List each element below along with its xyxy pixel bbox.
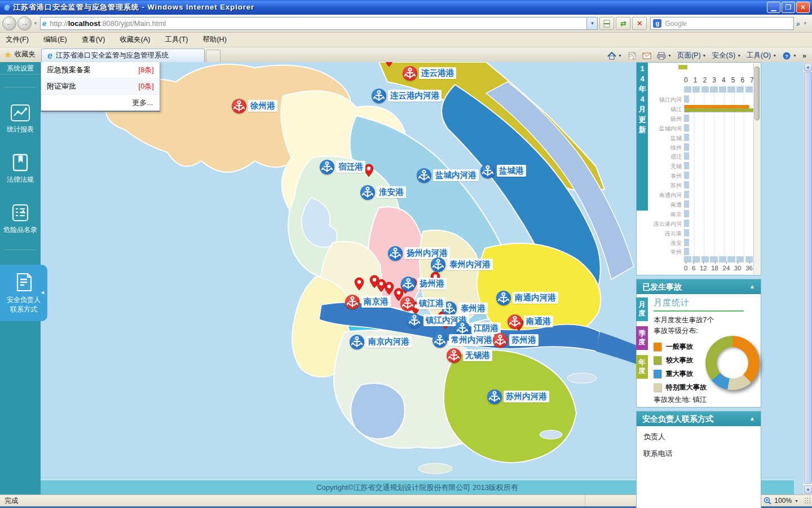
port-statistics-chart-panel: 14年4月更新 01234567 镇江内河镇江扬州盐城内河盐城徐州宿迁无锡泰州苏… (636, 62, 761, 275)
sidebar-item-statistics[interactable]: 统计报表 (0, 102, 41, 137)
sidebar-item-dangerous-goods[interactable]: 危险品名录 (0, 202, 41, 237)
sidebar-item-label: 联系方式 (10, 305, 37, 313)
page-scrollbar[interactable]: ▲ ▼ (803, 62, 812, 494)
compatibility-view-button[interactable] (599, 17, 614, 30)
refresh-button[interactable]: ⇄ (616, 17, 630, 30)
chart-row: 常州 (650, 247, 754, 256)
chart-category-label: 常州 (650, 248, 682, 256)
contact-document-icon (15, 273, 33, 292)
chart-row: 南通 (650, 199, 754, 209)
mail-button[interactable] (642, 52, 651, 60)
legend-swatch (654, 383, 661, 392)
anchor-icon (372, 89, 386, 103)
address-dropdown-button[interactable]: ▼ (587, 17, 598, 30)
incident-pin-icon[interactable] (384, 62, 394, 67)
close-button[interactable]: ✕ (796, 2, 810, 13)
sidebar-item-system-settings[interactable]: 系统设置 (0, 62, 41, 75)
port-label: 盐城港 (497, 165, 526, 177)
chart-category-label: 扬州 (650, 115, 682, 123)
chart-scrollbar-thumb[interactable] (754, 67, 760, 120)
sidebar-item-label: 安全负责人 (7, 296, 41, 304)
collapse-arrow-icon[interactable]: ◄ (40, 290, 45, 295)
accidents-panel-header[interactable]: 已发生事故 ▲ (637, 279, 761, 294)
print-button[interactable]: ▼ (657, 52, 672, 60)
anchor-icon (400, 296, 415, 311)
period-tab-inactive[interactable]: 年度 (636, 355, 648, 379)
chart-category-label: 盐城内河 (650, 125, 682, 133)
chart-category-label: 宿迁 (650, 153, 682, 161)
flyout-more-link[interactable]: 更多... (41, 95, 160, 111)
overflow-chevron-icon[interactable]: » (802, 52, 806, 60)
sidebar-divider (5, 249, 36, 250)
search-button[interactable]: ⌕ (794, 20, 802, 28)
search-options-dropdown-icon[interactable]: ▼ (803, 21, 807, 26)
chart-bottom-axis: 061218243036 (684, 265, 753, 271)
forward-button[interactable]: → (17, 16, 32, 30)
left-sidebar: 系统设置 统计报表 法律法规 危险品名录 安全负责人 联系方式 ◄ (0, 62, 41, 494)
flyout-label: 附证审批 (47, 81, 76, 91)
top-axis-tick: 4 (722, 76, 726, 84)
feeds-button[interactable] (628, 52, 637, 60)
address-input[interactable]: e http://localhost:8080/yjpt/Main.html (40, 17, 587, 30)
top-axis-tick: 5 (731, 76, 735, 84)
restore-button[interactable]: ❐ (782, 2, 795, 13)
tab-title: 江苏省港口安全监管与应急管理系统 (56, 51, 169, 60)
menu-edit[interactable]: 编辑(E) (43, 35, 67, 45)
incident-pin-icon[interactable] (354, 277, 364, 291)
history-dropdown-icon[interactable]: ▼ (33, 21, 38, 26)
google-icon: g (653, 19, 661, 28)
period-tab-active[interactable]: 月度 (636, 297, 648, 321)
zoom-control[interactable]: 100% ▼ (757, 495, 804, 506)
incident-pin-icon[interactable] (364, 164, 374, 177)
chart-band-bottom (684, 256, 754, 262)
book-icon (12, 154, 29, 172)
minimize-button[interactable]: ▁ (767, 2, 780, 13)
status-text: 完成 (0, 496, 585, 506)
menu-view[interactable]: 查看(V) (82, 35, 105, 45)
menu-favorites[interactable]: 收藏夹(A) (120, 35, 150, 45)
flyout-item-certificate-approval[interactable]: 附证审批 [0条] (41, 78, 160, 95)
legend-swatch (654, 370, 661, 378)
menu-tools[interactable]: 工具(T) (165, 35, 188, 45)
menu-help[interactable]: 帮助(H) (202, 35, 226, 45)
accidents-panel-title: 已发生事故 (642, 279, 682, 294)
scroll-down-button[interactable]: ▼ (804, 485, 812, 494)
system-settings-flyout: 应急预案备案 [8条] 附证审批 [0条] 更多... (41, 62, 160, 112)
zero-bar-stub (684, 152, 689, 160)
safety-contacts-panel: 安全负责人联系方式 ▲ 负责人 联系电话 (636, 411, 761, 508)
chart-row: 镇江 (650, 104, 754, 113)
scrollbar-thumb[interactable] (804, 72, 812, 484)
stop-button[interactable]: ✕ (632, 17, 647, 30)
menu-file[interactable]: 文件(F) (6, 35, 29, 45)
search-box[interactable]: g Google (650, 17, 794, 30)
port-label: 苏州内河港 (504, 391, 549, 402)
help-button[interactable]: ? ▼ (782, 52, 797, 60)
collapse-up-icon[interactable]: ▲ (749, 279, 755, 294)
scroll-up-button[interactable]: ▲ (804, 63, 812, 71)
back-button[interactable]: ← (2, 16, 16, 30)
home-button[interactable]: ▼ (607, 52, 622, 60)
sidebar-item-safety-contacts[interactable]: 安全负责人 联系方式 ◄ (0, 265, 47, 321)
sidebar-item-laws[interactable]: 法律法规 (0, 151, 41, 187)
page-menu-button[interactable]: 页面(P)▼ (677, 51, 707, 60)
home-icon (607, 52, 616, 60)
incident-pin-icon[interactable] (384, 282, 394, 295)
favorites-button[interactable]: ★ 收藏夹 (0, 47, 41, 62)
copyright-text: Copyright©江苏省交通规划设计院股份有限公司 2013版权所有 (316, 483, 518, 492)
chart-scrollbar[interactable] (753, 63, 760, 274)
top-axis-tick: 1 (694, 76, 698, 84)
anchor-icon (345, 295, 360, 309)
top-axis-tick: 6 (741, 76, 745, 84)
safety-menu-button[interactable]: 安全(S)▼ (712, 51, 742, 60)
bottom-axis-tick: 30 (734, 265, 742, 271)
tab-active[interactable]: e 江苏省港口安全监管与应急管理系统 (41, 49, 205, 62)
tools-menu-button[interactable]: 工具(O)▼ (747, 51, 776, 60)
legend-label: 重大事故 (666, 369, 693, 379)
chart-row: 苏州 (650, 180, 754, 190)
period-tab-inactive[interactable]: 季度 (636, 326, 648, 350)
chart-row: 宿迁 (650, 151, 754, 161)
contacts-panel-header[interactable]: 安全负责人联系方式 ▲ (637, 411, 761, 426)
flyout-item-emergency-plan[interactable]: 应急预案备案 [8条] (41, 62, 160, 78)
collapse-up-icon[interactable]: ▲ (749, 411, 755, 426)
new-tab-stub[interactable] (206, 50, 220, 62)
